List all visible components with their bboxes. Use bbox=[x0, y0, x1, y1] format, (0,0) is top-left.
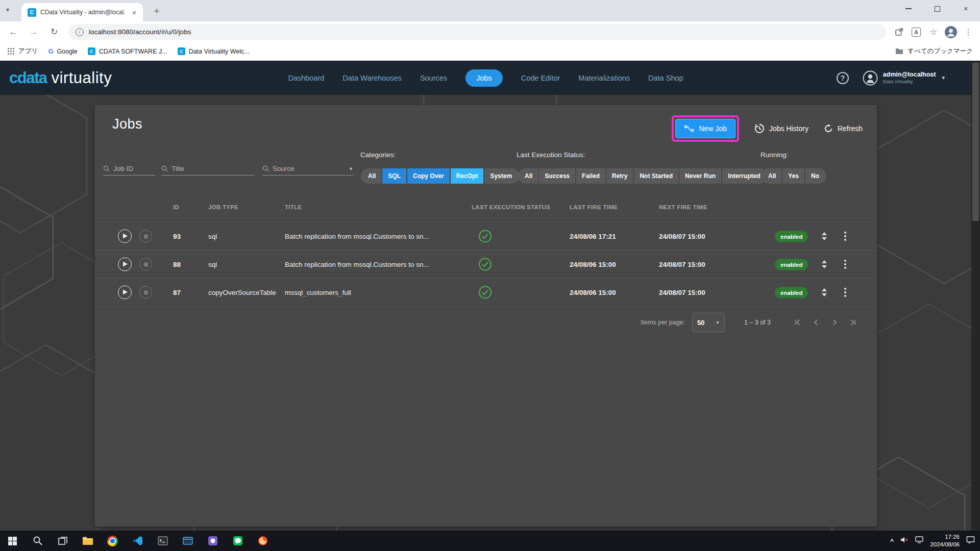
reload-button[interactable]: ↻ bbox=[46, 24, 62, 40]
chrome-button[interactable] bbox=[100, 531, 125, 551]
stop-job-button[interactable] bbox=[139, 230, 152, 243]
exec-never-run-button[interactable]: Never Run bbox=[679, 168, 721, 184]
run-job-button[interactable] bbox=[118, 230, 132, 243]
row-menu-icon[interactable] bbox=[844, 288, 846, 297]
category-sql-button[interactable]: SQL bbox=[382, 168, 406, 184]
remote-desktop-button[interactable] bbox=[175, 531, 200, 551]
site-info-icon[interactable]: i bbox=[76, 28, 84, 36]
chevron-up-icon bbox=[822, 232, 827, 235]
nav-item-data-shop[interactable]: Data Shop bbox=[648, 74, 683, 82]
notification-center-icon[interactable] bbox=[966, 536, 975, 546]
first-page-button[interactable] bbox=[792, 317, 803, 328]
taskbar-search-button[interactable] bbox=[25, 531, 50, 551]
tab-close-icon[interactable]: × bbox=[130, 8, 139, 17]
job-id-input[interactable]: Job ID bbox=[103, 162, 155, 176]
firefox-button[interactable] bbox=[250, 531, 275, 551]
exec-success-button[interactable]: Success bbox=[539, 168, 575, 184]
tab-search-chevron-icon[interactable]: ▾ bbox=[6, 6, 9, 13]
scrollbar-thumb[interactable] bbox=[972, 63, 979, 221]
refresh-button[interactable]: Refresh bbox=[824, 124, 863, 133]
source-select[interactable]: Source ▼ bbox=[262, 162, 353, 176]
start-button[interactable] bbox=[0, 531, 25, 551]
running-all-button[interactable]: All bbox=[761, 168, 781, 184]
enabled-badge[interactable]: enabled bbox=[775, 287, 808, 298]
category-copy-over-button[interactable]: Copy Over bbox=[407, 168, 450, 184]
table-row[interactable]: 93 sql Batch replication from mssql.Cust… bbox=[95, 222, 877, 250]
category-system-button[interactable]: System bbox=[484, 168, 519, 184]
back-button[interactable]: ← bbox=[5, 24, 21, 40]
exec-not-started-button[interactable]: Not Started bbox=[634, 168, 678, 184]
unfold-toggle[interactable] bbox=[822, 288, 827, 296]
last-page-button[interactable] bbox=[847, 317, 859, 328]
previous-page-button[interactable] bbox=[811, 317, 822, 328]
run-job-button[interactable] bbox=[118, 286, 132, 299]
exec-failed-button[interactable]: Failed bbox=[576, 168, 605, 184]
chevron-down-icon bbox=[822, 265, 827, 268]
bookmark-google[interactable]: G Google bbox=[48, 47, 77, 55]
line-app-button[interactable] bbox=[225, 531, 250, 551]
title-input[interactable]: Title bbox=[161, 162, 254, 176]
user-menu[interactable]: admin@localhost Data Virtuality ▾ bbox=[863, 70, 945, 86]
page-size-select[interactable]: 50 ▼ bbox=[692, 313, 725, 332]
unfold-toggle[interactable] bbox=[822, 232, 827, 240]
stop-job-button[interactable] bbox=[139, 258, 152, 271]
network-icon[interactable] bbox=[915, 536, 923, 545]
browser-tab[interactable]: C CData Virtuality - admin@local... × bbox=[21, 3, 143, 21]
row-menu-icon[interactable] bbox=[844, 260, 846, 269]
category-recopt-button[interactable]: RecOpt bbox=[451, 168, 484, 184]
run-job-button[interactable] bbox=[118, 258, 132, 271]
all-bookmarks-button[interactable]: すべてのブックマーク bbox=[895, 47, 973, 56]
unfold-toggle[interactable] bbox=[822, 260, 827, 268]
purple-app-button[interactable] bbox=[200, 531, 225, 551]
jobs-history-button[interactable]: Jobs History bbox=[754, 123, 808, 134]
bookmark-data-virtuality[interactable]: C Data Virtuality Welc... bbox=[178, 47, 250, 55]
exec-all-button[interactable]: All bbox=[518, 168, 538, 184]
hidden-icons-chevron[interactable]: ^ bbox=[890, 537, 894, 545]
row-menu-icon[interactable] bbox=[844, 232, 846, 241]
task-view-button[interactable] bbox=[50, 531, 75, 551]
address-bar[interactable]: i localhost:8080/account/#/u/0/jobs bbox=[68, 24, 886, 40]
table-row[interactable]: 87 copyOverSourceTable mssql_customers_f… bbox=[95, 278, 877, 306]
open-in-new-icon[interactable] bbox=[892, 26, 905, 39]
scrollbar[interactable] bbox=[971, 61, 980, 531]
file-explorer-button[interactable] bbox=[75, 531, 100, 551]
apps-shortcut[interactable]: アプリ bbox=[7, 47, 38, 56]
table-row[interactable]: 88 sql Batch replication from mssql.Cust… bbox=[95, 250, 877, 278]
running-no-button[interactable]: No bbox=[805, 168, 826, 184]
window-close-button[interactable]: × bbox=[951, 0, 980, 17]
command-prompt-button[interactable] bbox=[150, 531, 175, 551]
nav-item-jobs[interactable]: Jobs bbox=[465, 69, 503, 87]
folder-icon bbox=[895, 48, 903, 55]
enabled-badge[interactable]: enabled bbox=[775, 259, 808, 270]
nav-item-data-warehouses[interactable]: Data Warehouses bbox=[342, 74, 402, 82]
new-tab-button[interactable]: + bbox=[150, 5, 163, 18]
next-page-button[interactable] bbox=[829, 317, 840, 328]
nav-item-sources[interactable]: Sources bbox=[420, 74, 447, 82]
taskbar-clock[interactable]: 17:26 2024/08/06 bbox=[930, 533, 960, 548]
stop-job-button[interactable] bbox=[139, 286, 152, 299]
running-yes-button[interactable]: Yes bbox=[782, 168, 804, 184]
help-icon[interactable]: ? bbox=[837, 72, 849, 84]
window-maximize-button[interactable] bbox=[923, 0, 951, 17]
nav-item-code-editor[interactable]: Code Editor bbox=[521, 74, 560, 82]
window-minimize-button[interactable] bbox=[894, 0, 923, 17]
mute-speaker-icon[interactable] bbox=[900, 536, 909, 545]
header-status: LAST EXECUTION STATUS bbox=[472, 204, 550, 210]
bookmark-star-icon[interactable]: ☆ bbox=[927, 26, 940, 39]
bookmark-cdata-software[interactable]: C CDATA SOFTWARE J... bbox=[88, 47, 167, 55]
blue-window-icon bbox=[183, 537, 193, 545]
nav-item-dashboard[interactable]: Dashboard bbox=[288, 74, 324, 82]
exec-retry-button[interactable]: Retry bbox=[606, 168, 633, 184]
content-area: Jobs New Job bbox=[0, 95, 971, 531]
browser-menu-icon[interactable]: ⋮ bbox=[962, 26, 975, 39]
cdata-virtuality-logo[interactable]: cdata virtuality bbox=[9, 69, 112, 87]
vscode-button[interactable] bbox=[125, 531, 150, 551]
nav-item-materializations[interactable]: Materializations bbox=[578, 74, 630, 82]
category-all-button[interactable]: All bbox=[361, 168, 381, 184]
new-job-button[interactable]: New Job bbox=[675, 119, 735, 138]
terminal-icon bbox=[158, 536, 168, 545]
translate-icon[interactable]: A bbox=[910, 26, 923, 39]
profile-avatar[interactable] bbox=[944, 26, 958, 39]
enabled-badge[interactable]: enabled bbox=[775, 231, 808, 242]
forward-button[interactable]: → bbox=[26, 24, 42, 40]
